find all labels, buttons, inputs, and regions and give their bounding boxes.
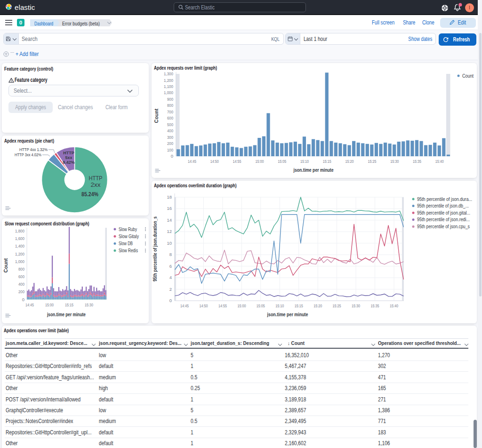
svg-text:14:55: 14:55 [218,303,227,308]
svg-text:HTTP: HTTP [89,175,103,182]
svg-text:15:10: 15:10 [275,303,284,308]
svg-text:800: 800 [18,266,24,272]
svg-text:15:40: 15:40 [390,303,398,308]
svg-text:14:50: 14:50 [200,303,208,308]
svg-text:95th percentile of json.cpu_s: 95th percentile of json.cpu_s [417,224,470,229]
svg-text:15:00: 15:00 [45,302,54,307]
svg-text:1,000: 1,000 [15,259,24,264]
svg-text:8: 8 [169,252,172,257]
svg-text:95th percentile of json.redi..: 95th percentile of json.redi... [417,216,470,222]
svg-text:400: 400 [18,281,24,287]
svg-text:600: 600 [18,274,24,279]
svg-text:14: 14 [167,217,172,223]
svg-text:HTTP: HTTP [63,151,74,155]
svg-text:12: 12 [167,229,172,234]
svg-text:15:35: 15:35 [413,159,421,164]
svg-text:18: 18 [167,194,172,200]
svg-text:15:15: 15:15 [295,303,303,308]
svg-text:0: 0 [171,153,173,159]
svg-text:HTTP 3xx 4.02%: HTTP 3xx 4.02% [15,152,41,157]
svg-text:500: 500 [167,122,173,127]
svg-text:HTTP 4xx 1.32%: HTTP 4xx 1.32% [19,147,48,152]
svg-text:700: 700 [167,109,173,114]
svg-text:15:20: 15:20 [313,303,322,308]
svg-text:10: 10 [167,240,172,246]
svg-text:Slow Ruby: Slow Ruby [119,226,137,232]
svg-text:Slow Gitaly: Slow Gitaly [119,233,139,239]
svg-text:800: 800 [167,103,173,108]
svg-text:0: 0 [169,298,172,303]
svg-text:15:30: 15:30 [390,159,399,164]
svg-text:200: 200 [18,289,24,294]
svg-text:json.time per minute: json.time per minute [293,167,334,173]
svg-text:14:45: 14:45 [25,302,34,307]
svg-text:json.time per minute: json.time per minute [267,312,308,317]
svg-text:0: 0 [22,297,24,302]
svg-text:Count: Count [153,108,159,123]
svg-text:15:00: 15:00 [237,303,246,308]
svg-text:15:10: 15:10 [300,159,309,164]
svg-text:Slow Redis: Slow Redis [119,248,138,253]
svg-text:15:00: 15:00 [255,159,264,164]
svg-text:15:40: 15:40 [435,159,444,164]
svg-text:15:15: 15:15 [65,302,73,307]
svg-text:14:55: 14:55 [233,159,241,164]
svg-text:100: 100 [167,147,173,152]
svg-text:900: 900 [167,96,173,102]
svg-text:15:15: 15:15 [323,159,331,164]
svg-text:85.24%: 85.24% [81,191,98,198]
svg-text:300: 300 [167,135,173,140]
svg-text:400: 400 [167,128,173,133]
svg-text:4: 4 [169,275,172,280]
svg-text:json.time per minute: json.time per minute [47,312,86,317]
svg-text:14:50: 14:50 [210,159,219,164]
svg-text:1,400: 1,400 [15,243,24,248]
svg-text:2xx: 2xx [91,181,101,188]
svg-text:15:35: 15:35 [371,303,379,308]
svg-text:95th percentile of json.durati: 95th percentile of json.duration_s [152,216,158,281]
svg-text:15:20: 15:20 [345,159,354,164]
svg-text:95th percentile of json.db_...: 95th percentile of json.db_... [417,203,469,208]
svg-text:1,600: 1,600 [15,236,24,241]
svg-text:1,200: 1,200 [15,251,24,256]
svg-text:15:25: 15:25 [333,303,341,308]
svg-text:1,800: 1,800 [15,228,24,233]
svg-text:1,200: 1,200 [164,78,173,83]
svg-text:600: 600 [167,115,173,120]
svg-text:14:45: 14:45 [180,303,189,308]
svg-text:95th percentile of json.dura..: 95th percentile of json.dura... [417,196,472,202]
svg-text:15:25: 15:25 [368,159,376,164]
svg-text:1,100: 1,100 [164,84,173,89]
svg-text:15:30: 15:30 [85,302,93,307]
svg-text:6: 6 [169,264,172,269]
svg-text:9.42%: 9.42% [63,160,75,165]
svg-text:2: 2 [169,287,172,292]
svg-text:Slow DB: Slow DB [119,240,133,246]
svg-text:5xx: 5xx [65,155,72,160]
svg-text:95th percentile of json.gital.: 95th percentile of json.gital... [417,210,470,216]
svg-text:16: 16 [167,206,172,211]
svg-text:15:30: 15:30 [352,303,360,308]
svg-text:15:05: 15:05 [257,303,265,308]
svg-text:Count: Count [462,73,474,79]
svg-text:200: 200 [167,141,173,146]
svg-text:Count: Count [3,258,8,272]
svg-text:14:45: 14:45 [188,159,196,164]
svg-text:15:05: 15:05 [278,159,286,164]
svg-text:1,000: 1,000 [164,90,173,95]
svg-text:1,300: 1,300 [164,71,173,76]
